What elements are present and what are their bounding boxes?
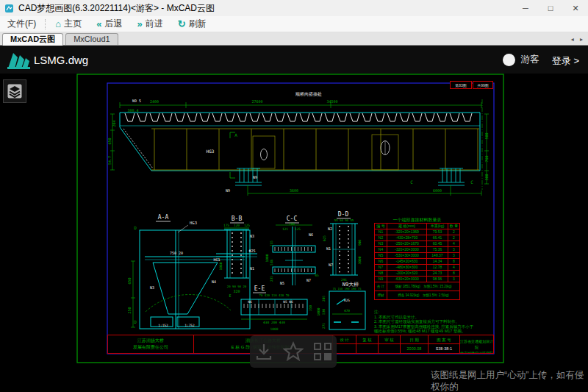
layers-icon bbox=[7, 84, 22, 99]
material-table: 编 号 规 格(mm) 单重(kg) 数 量 N1-320×20×136979.… bbox=[374, 223, 460, 300]
cad-label: 27600 bbox=[251, 99, 262, 104]
cad-label: N7 bbox=[329, 263, 333, 267]
cad-label: 175 bbox=[223, 224, 229, 227]
cad-label: 1080 bbox=[219, 262, 223, 270]
cad-label: N5 bbox=[280, 281, 284, 285]
institute-cell: 江苏省交通规划设计院 北京城建设计研究院公司 bbox=[459, 335, 494, 354]
file-menu[interactable]: 文件(F) bbox=[0, 18, 43, 30]
beam-grid bbox=[151, 129, 479, 170]
cad-label: 1:152 bbox=[158, 324, 168, 327]
cad-label: N2 bbox=[328, 227, 332, 231]
maximize-button[interactable]: □ bbox=[538, 0, 563, 16]
cad-label: C-C bbox=[287, 215, 298, 222]
cad-label: D bbox=[134, 319, 137, 324]
back-icon: « bbox=[96, 19, 101, 29]
cad-label: 3000 bbox=[358, 256, 362, 264]
table-row: N3-250×20×167060.454 bbox=[375, 241, 460, 247]
forward-label: 前进 bbox=[146, 18, 163, 30]
table-row: N4-320×20×300075.363 bbox=[375, 247, 460, 253]
cad-label: N1 bbox=[250, 266, 254, 271]
cad-label: 625 bbox=[323, 235, 326, 241]
cad-label: 300.4 bbox=[127, 108, 138, 113]
minimize-button[interactable]: ─ bbox=[513, 0, 538, 16]
login-link[interactable]: 登录 > bbox=[552, 54, 579, 68]
home-label: 主页 bbox=[64, 18, 82, 30]
drawing-notes: 注:1. 本图尺寸均以毫米计。2. 本图尺寸需经现场实测复核后方可下料制作。3.… bbox=[374, 310, 484, 334]
ticks-cc bbox=[275, 247, 312, 272]
cad-label: D bbox=[134, 225, 137, 230]
cad-label: 顺桥向搭接处 bbox=[295, 91, 322, 97]
window-title: CAD梦想画图(6.3.20221114)<游客> - MxCAD云图 bbox=[18, 2, 215, 15]
back-button[interactable]: « 后退 bbox=[89, 18, 129, 30]
revision-tag: 第83图 bbox=[450, 81, 472, 89]
table-row: N8-200×20×32024.738 bbox=[375, 271, 460, 277]
cad-label: 235 bbox=[270, 276, 273, 282]
download-icon[interactable] bbox=[254, 342, 273, 361]
notice-line1: 该图纸是网上用户“心动”上传，如有侵权你的 bbox=[431, 369, 587, 392]
summary-label: 合 计 bbox=[375, 282, 387, 291]
close-button[interactable]: ✕ bbox=[563, 0, 588, 16]
cad-label: 500 bbox=[484, 132, 489, 139]
cad-label: HG1 bbox=[213, 257, 220, 262]
qrcode-icon[interactable] bbox=[313, 342, 332, 361]
cad-label: N3 bbox=[150, 285, 154, 290]
institute-line1: 江苏省交通规划设计院 bbox=[460, 338, 493, 350]
cad-label: N5 N6 bbox=[283, 300, 293, 304]
owner-line2: 发展有限责任公司 bbox=[108, 344, 193, 351]
star-icon[interactable] bbox=[283, 341, 304, 362]
cad-label: 2400 bbox=[150, 99, 159, 104]
cad-label: 125 bbox=[244, 224, 250, 227]
tab-mxcad-cloud[interactable]: MxCAD云图 bbox=[2, 33, 63, 46]
tab-scroll-arrows[interactable]: ◂ ▸ bbox=[571, 36, 585, 43]
cad-label: 275 bbox=[322, 323, 326, 329]
cad-label: 700 bbox=[289, 222, 295, 226]
summary-text: 钢材 1851.78(kg) 加损1.5%: 15.2(kg) bbox=[387, 282, 460, 291]
cad-label: 1000 bbox=[265, 254, 269, 262]
cad-label: C bbox=[410, 179, 413, 185]
user-chip[interactable]: 游客 bbox=[503, 53, 539, 66]
table-row: N9-630×20×300098.963 bbox=[375, 277, 460, 282]
cad-label: N7 bbox=[306, 278, 311, 282]
summary-text: 焊条 34.92(kg) 加损1.5%: 2.5(kg) bbox=[387, 291, 460, 300]
cad-label: N9 5 bbox=[132, 99, 141, 103]
cad-label: 205 bbox=[322, 296, 326, 302]
cad-label: 320 bbox=[233, 289, 240, 293]
cad-label: 204 bbox=[112, 120, 116, 126]
cad-label: 900 bbox=[358, 240, 362, 246]
summary-label: 焊材 bbox=[375, 291, 387, 300]
date-value: 2000.08 bbox=[400, 343, 429, 354]
table-row: N7-480×30×30012.784 bbox=[375, 265, 460, 271]
cad-label: N1 bbox=[326, 246, 331, 251]
cad-label: C bbox=[470, 179, 473, 185]
cad-label: 1000 bbox=[270, 327, 279, 331]
cad-label: 125 bbox=[295, 227, 301, 231]
table-row: N2-430×28×70066.412 bbox=[375, 235, 460, 241]
cad-label: 70 420 110 420 70 bbox=[259, 293, 290, 297]
cad-label: 1000 bbox=[317, 307, 320, 316]
cad-label: 55 90 90 55 bbox=[334, 218, 354, 222]
material-table-body: N1-320×20×136979.532N2-430×28×70066.412N… bbox=[375, 229, 460, 282]
cad-label: 250 bbox=[127, 307, 132, 313]
back-label: 后退 bbox=[104, 18, 122, 30]
home-button[interactable]: ⌂ 主页 bbox=[48, 18, 89, 30]
cad-label: 650 bbox=[127, 277, 132, 284]
cad-label: 54.7 bbox=[107, 156, 112, 165]
cad-label: E bbox=[229, 293, 231, 298]
cad-label: N4 bbox=[212, 279, 216, 284]
summary-row: 焊材 焊条 34.92(kg) 加损1.5%: 2.5(kg) bbox=[375, 291, 460, 300]
refresh-button[interactable]: ↻ 刷新 bbox=[171, 18, 214, 30]
corrugation-teeth bbox=[125, 113, 472, 121]
layers-button[interactable] bbox=[3, 79, 26, 103]
filename-label: LSMG.dwg bbox=[34, 54, 88, 66]
cad-label: HG3 bbox=[190, 221, 197, 225]
cad-label: 350 bbox=[309, 305, 312, 311]
tab-mxcloud1[interactable]: MxCloud1 bbox=[65, 33, 118, 45]
owner-cell: 江苏润扬大桥 发展有限责任公司 bbox=[107, 335, 194, 354]
cad-label: A-A bbox=[158, 214, 169, 221]
cad-label: 1:752 bbox=[184, 324, 195, 327]
forward-button[interactable]: » 前进 bbox=[129, 18, 170, 30]
cad-label: N3 bbox=[250, 234, 254, 238]
cad-label: 530 bbox=[322, 309, 326, 315]
cad-label: 760 bbox=[484, 155, 489, 162]
cad-label: 120 bbox=[234, 224, 240, 227]
